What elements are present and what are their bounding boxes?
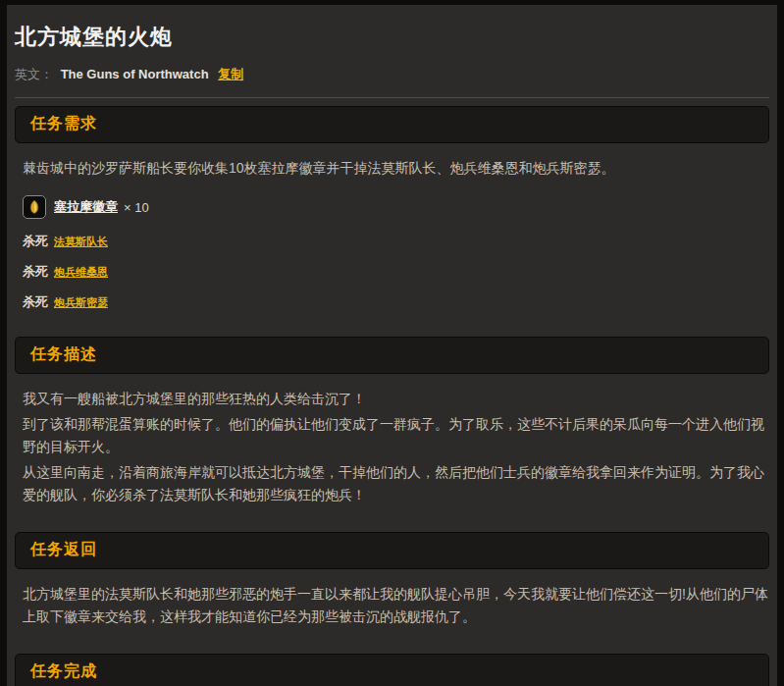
requirements-header: 任务需求 bbox=[15, 106, 769, 143]
requirements-intro: 棘齿城中的沙罗萨斯船长要你收集10枚塞拉摩徽章并干掉法莫斯队长、炮兵维桑恩和炮兵… bbox=[23, 157, 769, 180]
quest-title: 北方城堡的火炮 bbox=[15, 23, 769, 52]
progress-heading: 任务返回 bbox=[30, 541, 97, 557]
progress-header: 任务返回 bbox=[15, 532, 769, 569]
kill-row: 杀死 法莫斯队长 bbox=[23, 233, 769, 250]
section-progress: 任务返回 北方城堡里的法莫斯队长和她那些邪恶的炮手一直以来都让我的舰队提心吊胆，… bbox=[15, 532, 769, 628]
description-paragraph: 到了该和那帮混蛋算账的时候了。他们的偏执让他们变成了一群疯子。为了取乐，这些不计… bbox=[23, 413, 769, 458]
section-requirements: 任务需求 棘齿城中的沙罗萨斯船长要你收集10枚塞拉摩徽章并干掉法莫斯队长、炮兵维… bbox=[15, 106, 769, 311]
quest-page: 北方城堡的火炮 英文： The Guns of Northwatch 复制 任务… bbox=[7, 5, 777, 686]
kill-row: 杀死 炮兵斯密瑟 bbox=[23, 293, 769, 311]
completion-header: 任务完成 bbox=[15, 654, 769, 686]
requirements-heading: 任务需求 bbox=[30, 115, 97, 132]
kill-label: 杀死 bbox=[23, 293, 48, 311]
description-paragraph: 从这里向南走，沿着商旅海岸就可以抵达北方城堡，干掉他们的人，然后把他们士兵的徽章… bbox=[23, 461, 769, 506]
english-title-row: 英文： The Guns of Northwatch 复制 bbox=[15, 66, 769, 83]
kill-target-link-cannoneer-2[interactable]: 炮兵斯密瑟 bbox=[54, 295, 108, 310]
divider bbox=[15, 97, 769, 98]
english-title-value: The Guns of Northwatch bbox=[61, 67, 209, 81]
kill-target-link-cannoneer-1[interactable]: 炮兵维桑恩 bbox=[54, 265, 108, 280]
completion-heading: 任务完成 bbox=[30, 662, 97, 679]
section-description: 任务描述 我又有一艘船被北方城堡里的那些狂热的人类给击沉了！ 到了该和那帮混蛋算… bbox=[15, 337, 769, 506]
item-count: × 10 bbox=[124, 200, 149, 215]
description-header: 任务描述 bbox=[15, 337, 769, 374]
kill-row: 杀死 炮兵维桑恩 bbox=[23, 263, 769, 281]
copy-button[interactable]: 复制 bbox=[218, 67, 243, 81]
required-item-row: 塞拉摩徽章 × 10 bbox=[23, 195, 769, 219]
english-label: 英文： bbox=[15, 67, 53, 81]
description-heading: 任务描述 bbox=[30, 345, 97, 362]
description-paragraph: 我又有一艘船被北方城堡里的那些狂热的人类给击沉了！ bbox=[23, 388, 769, 410]
item-link[interactable]: 塞拉摩徽章 bbox=[54, 198, 118, 216]
kill-label: 杀死 bbox=[23, 233, 48, 250]
kill-target-link-captain[interactable]: 法莫斯队长 bbox=[54, 235, 108, 249]
progress-paragraph: 北方城堡里的法莫斯队长和她那些邪恶的炮手一直以来都让我的舰队提心吊胆，今天我就要… bbox=[23, 583, 769, 628]
kill-label: 杀死 bbox=[23, 263, 48, 281]
section-completion: 任务完成 唉，响彻许久的枪声终於平息了。你理应得到褒奖，(玩家)。 现在还有更艰… bbox=[15, 654, 769, 686]
theramore-medal-icon[interactable] bbox=[23, 195, 46, 219]
